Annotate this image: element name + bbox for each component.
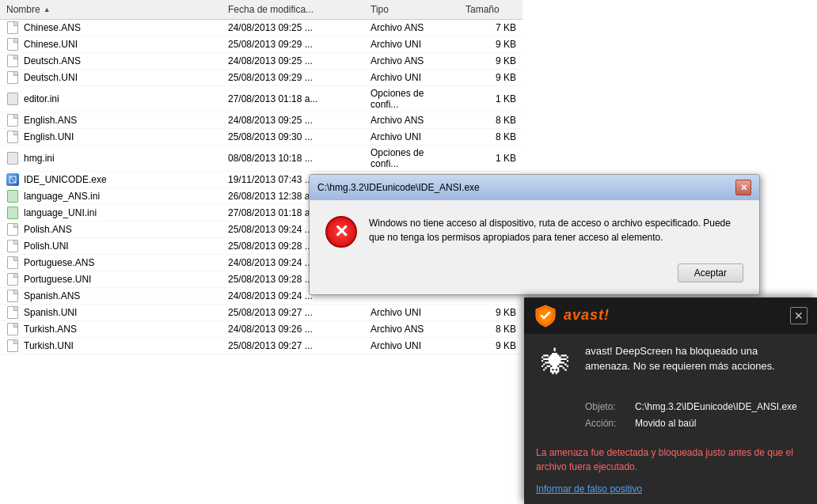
file-size: 8 KB — [459, 114, 522, 127]
file-type-icon — [6, 114, 19, 127]
file-type: Archivo ANS — [364, 114, 459, 127]
file-size: 9 KB — [459, 339, 522, 352]
file-type: Archivo ANS — [364, 323, 459, 335]
file-modified: 24/08/2013 09:25 ... — [222, 55, 364, 67]
column-name[interactable]: Nombre ▲ — [0, 2, 222, 17]
file-name-cell: Chinese.UNI — [0, 37, 222, 51]
file-name: Deutsch.UNI — [24, 72, 78, 83]
file-size: 7 KB — [459, 21, 522, 34]
file-name: language_ANS.ini — [24, 191, 100, 202]
file-type: Archivo UNI — [364, 38, 459, 51]
file-type: Archivo ANS — [364, 21, 459, 34]
file-name-cell: Spanish.UNI — [0, 305, 222, 320]
file-type: Opciones de confi... — [364, 87, 459, 111]
avast-logo: avast! — [534, 304, 610, 328]
table-row[interactable]: Spanish.UNI 25/08/2013 09:27 ... Archivo… — [0, 305, 522, 321]
file-name: Portuguese.ANS — [24, 257, 94, 268]
file-modified: 25/08/2013 09:27 ... — [222, 306, 364, 319]
dialog-titlebar: C:\hmg.3.2\IDEunicode\IDE_ANSI.exe ✕ — [310, 175, 759, 200]
table-row[interactable]: editor.ini 27/08/2013 01:18 a... Opcione… — [0, 86, 522, 112]
file-name: IDE_UNICODE.exe — [24, 174, 107, 185]
avast-false-positive-link[interactable]: Informar de falso positivo — [536, 483, 642, 495]
file-type-icon — [6, 240, 19, 252]
file-size: 9 KB — [459, 38, 522, 51]
dialog-close-button[interactable]: ✕ — [735, 180, 751, 195]
file-type-icon — [6, 173, 19, 186]
file-modified: 24/08/2013 09:25 ... — [222, 21, 364, 34]
file-name: Spanish.UNI — [24, 307, 77, 318]
avast-close-button[interactable]: ✕ — [790, 307, 808, 324]
avast-body: 🕷 avast! DeepScreen ha bloqueado una ame… — [524, 334, 817, 392]
file-type-icon — [6, 323, 19, 335]
file-name-cell: Spanish.ANS — [0, 289, 222, 303]
table-row[interactable]: Deutsch.UNI 25/08/2013 09:29 ... Archivo… — [0, 70, 522, 86]
svg-line-1 — [10, 176, 16, 183]
dialog-message: Windows no tiene acceso al dispositivo, … — [369, 216, 743, 244]
file-size: 9 KB — [459, 306, 522, 319]
file-type: Archivo UNI — [364, 71, 459, 84]
file-type-icon — [6, 223, 19, 236]
file-modified: 25/08/2013 09:29 ... — [222, 38, 364, 51]
table-row[interactable]: Chinese.ANS 24/08/2013 09:25 ... Archivo… — [0, 20, 522, 36]
file-modified: 24/08/2013 09:26 ... — [222, 323, 364, 335]
column-size[interactable]: Tamaño — [459, 2, 522, 17]
file-modified: 25/08/2013 09:27 ... — [222, 339, 364, 352]
file-modified: 24/08/2013 09:25 ... — [222, 114, 364, 127]
file-name: Chinese.ANS — [24, 22, 81, 33]
file-type: Opciones de confi... — [364, 146, 459, 170]
file-type-icon — [6, 21, 19, 34]
file-name-cell: Turkish.ANS — [0, 322, 222, 336]
file-type-icon — [6, 55, 19, 67]
file-type-icon — [6, 71, 19, 84]
table-row[interactable]: Chinese.UNI 25/08/2013 09:29 ... Archivo… — [0, 36, 522, 53]
table-row[interactable]: Turkish.ANS 24/08/2013 09:26 ... Archivo… — [0, 321, 522, 338]
dialog-body: ✕ Windows no tiene acceso al dispositivo… — [310, 200, 759, 260]
file-modified: 27/08/2013 01:18 a... — [222, 93, 364, 105]
file-type-icon — [6, 339, 19, 352]
file-name-cell: Polish.ANS — [0, 222, 222, 237]
table-row[interactable]: Turkish.UNI 25/08/2013 09:27 ... Archivo… — [0, 338, 522, 354]
file-type — [364, 295, 459, 297]
file-name: Turkish.UNI — [24, 340, 74, 351]
file-name-cell: Polish.UNI — [0, 239, 222, 253]
file-size: 1 KB — [459, 152, 522, 165]
column-modified[interactable]: Fecha de modifica... — [222, 2, 364, 17]
file-type: Archivo ANS — [364, 55, 459, 67]
table-row[interactable]: hmg.ini 08/08/2013 10:18 ... Opciones de… — [0, 146, 522, 172]
avast-bug-icon: 🕷 — [536, 343, 576, 383]
file-size: 8 KB — [459, 323, 522, 335]
file-name-cell: English.ANS — [0, 113, 222, 127]
file-name: Spanish.ANS — [24, 290, 80, 301]
file-type-icon — [6, 93, 19, 105]
file-name-cell: hmg.ini — [0, 151, 222, 165]
aceptar-button[interactable]: Aceptar — [678, 263, 743, 282]
file-name: Polish.ANS — [24, 224, 72, 235]
file-name-cell: English.UNI — [0, 130, 222, 144]
file-modified: 25/08/2013 09:29 ... — [222, 71, 364, 84]
file-name-cell: IDE_UNICODE.exe — [0, 172, 222, 187]
file-type-icon — [6, 190, 19, 203]
avast-object-value: C:\hmg.3.2\IDEunicode\IDE_ANSI.exe — [635, 399, 797, 416]
table-row[interactable]: English.ANS 24/08/2013 09:25 ... Archivo… — [0, 112, 522, 129]
error-icon: ✕ — [325, 216, 357, 248]
file-type-icon — [6, 38, 19, 51]
dialog-footer: Aceptar — [310, 260, 759, 294]
file-name-cell: Deutsch.ANS — [0, 54, 222, 68]
table-row[interactable]: Deutsch.ANS 24/08/2013 09:25 ... Archivo… — [0, 53, 522, 70]
file-name: language_UNI.ini — [24, 207, 97, 218]
file-type-icon — [6, 256, 19, 269]
file-name-cell: Portuguese.ANS — [0, 256, 222, 270]
file-type-icon — [6, 207, 19, 219]
avast-action-row: Acción: Movido al baúl — [585, 415, 805, 433]
file-name-cell: language_ANS.ini — [0, 189, 222, 203]
column-type[interactable]: Tipo — [364, 2, 459, 17]
file-type-icon — [6, 131, 19, 143]
file-name: Deutsch.ANS — [24, 55, 81, 66]
file-name: editor.ini — [24, 93, 59, 104]
avast-notification: avast! ✕ 🕷 avast! DeepScreen ha bloquead… — [524, 297, 817, 504]
table-row[interactable]: English.UNI 25/08/2013 09:30 ... Archivo… — [0, 129, 522, 146]
file-name-cell: language_UNI.ini — [0, 206, 222, 220]
avast-object-row: Objeto: C:\hmg.3.2\IDEunicode\IDE_ANSI.e… — [585, 399, 805, 416]
file-type-icon — [6, 152, 19, 165]
avast-shield-icon — [534, 304, 557, 328]
